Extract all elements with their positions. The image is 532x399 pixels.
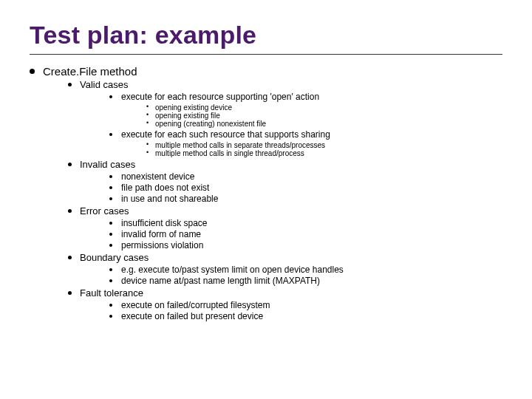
section-item: Fault toleranceexecute on failed/corrupt… [68, 287, 502, 321]
section-label: Error cases [80, 205, 129, 216]
outline-level-3: nonexistent devicefile path does not exi… [80, 171, 502, 204]
l3-item: nonexistent device [109, 171, 502, 182]
section-label: Fault tolerance [80, 287, 143, 299]
l3-item: device name at/past name length limit (M… [109, 276, 502, 286]
section-item: Error casesinsufficient disk spaceinvali… [68, 205, 502, 250]
l3-item: e.g. execute to/past system limit on ope… [109, 265, 502, 275]
outline-level-4: opening existing deviceopening existing … [121, 103, 502, 128]
l4-label: opening (creating) nonexistent file [155, 120, 266, 128]
l3-item: in use and not shareable [109, 194, 502, 204]
l3-label: insufficient disk space [121, 218, 208, 228]
l3-item: permissions violation [109, 240, 502, 250]
section-item: Valid casesexecute for each resource sup… [68, 79, 502, 157]
l4-item: opening existing device [146, 103, 502, 112]
l3-label: execute on failed but present device [121, 311, 263, 321]
l3-label: e.g. execute to/past system limit on ope… [121, 265, 344, 275]
outline-level-3: insufficient disk spaceinvalid form of n… [80, 218, 502, 250]
outline-level-3: execute for each resource supporting 'op… [80, 92, 502, 157]
section-label: Invalid cases [80, 159, 135, 170]
l3-label: device name at/past name length limit (M… [121, 276, 320, 286]
l1-label: Create.File method [43, 65, 137, 78]
l3-item: execute for each such resource that supp… [109, 129, 502, 157]
outline-level-1: Create.File method Valid casesexecute fo… [30, 65, 502, 321]
l3-label: execute for each resource supporting 'op… [121, 92, 319, 102]
outline-level-3: execute on failed/corrupted filesystemex… [80, 300, 502, 321]
l3-label: execute for each such resource that supp… [121, 129, 330, 140]
l3-item: execute on failed/corrupted filesystem [109, 300, 502, 310]
section-label: Boundary cases [80, 252, 149, 263]
outline-level-3: e.g. execute to/past system limit on ope… [80, 265, 502, 286]
section-item: Invalid casesnonexistent devicefile path… [68, 159, 502, 204]
l3-item: execute for each resource supporting 'op… [109, 92, 502, 128]
title-rule [30, 54, 502, 55]
l4-item: multiple method calls in separate thread… [146, 141, 502, 149]
l3-label: file path does not exist [121, 183, 209, 193]
l4-item: multiple method calls in single thread/p… [146, 149, 502, 157]
l3-label: execute on failed/corrupted filesystem [121, 300, 270, 310]
slide-title: Test plan: example [30, 21, 502, 50]
l3-item: insufficient disk space [109, 218, 502, 228]
l4-item: opening existing file [146, 112, 502, 120]
section-item: Boundary casese.g. execute to/past syste… [68, 252, 502, 286]
slide: Test plan: example Create.File method Va… [0, 0, 532, 399]
section-label: Valid cases [80, 79, 129, 90]
l3-item: file path does not exist [109, 183, 502, 193]
l3-label: nonexistent device [121, 171, 194, 182]
l4-label: multiple method calls in separate thread… [155, 141, 325, 149]
l3-label: in use and not shareable [121, 194, 218, 204]
l4-label: multiple method calls in single thread/p… [155, 149, 304, 157]
l3-item: invalid form of name [109, 229, 502, 239]
outline-level-2: Valid casesexecute for each resource sup… [43, 79, 502, 321]
l3-item: execute on failed but present device [109, 311, 502, 321]
l4-item: opening (creating) nonexistent file [146, 120, 502, 128]
outline-level-4: multiple method calls in separate thread… [121, 141, 502, 157]
l4-label: opening existing file [155, 112, 220, 120]
l3-label: invalid form of name [121, 229, 201, 239]
l4-label: opening existing device [155, 103, 232, 112]
l1-item: Create.File method Valid casesexecute fo… [30, 65, 502, 321]
l3-label: permissions violation [121, 240, 203, 250]
